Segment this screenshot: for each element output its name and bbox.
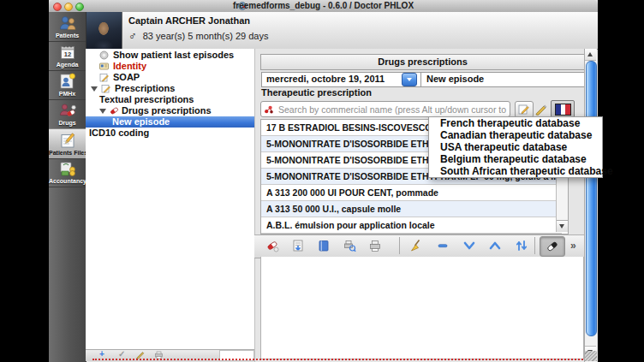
patients-files-icon [58,131,77,150]
remove-line-button[interactable] [436,239,450,252]
pill-icon [546,240,559,253]
clear-broom-button[interactable] [409,239,423,252]
patient-photo [86,12,122,49]
sidebar-item-drugs[interactable]: Drugs [49,99,86,129]
pill-view-toggle-button[interactable] [540,236,565,257]
edit-prescription-button[interactable] [515,101,534,118]
drug-search-input[interactable] [277,102,510,116]
patient-name: Captain ARCHER Jonathan [128,15,250,26]
drug-molecule-icon [264,104,274,115]
tree-item-label: Prescriptions [115,83,175,94]
clipped-red-dotted-line [92,359,589,360]
menu-item-canadian-database[interactable]: Canadian therapeutic database [429,129,602,141]
sidebar-item-pmhx[interactable]: PMHx [49,70,86,100]
pencil-button[interactable] [534,103,547,116]
episode-name-field[interactable]: New episode [420,72,585,87]
tree-item-drugs-prescriptions[interactable]: Drugs prescriptions [86,105,254,116]
pmhx-icon [58,72,77,91]
menu-item-usa-database[interactable]: USA therapeutic database [429,141,602,153]
patient-age-line: ♂83 year(s) 5 month(s) 29 days [128,29,268,42]
drug-row[interactable]: A.B.L. émulsion pour application locale [261,217,562,234]
chevron-up-icon [587,52,593,56]
male-gender-icon: ♂ [128,29,137,42]
drug-book-button[interactable] [317,239,331,252]
note-pencil-icon [101,84,110,93]
tree-item-soap[interactable]: SOAP [86,72,254,83]
drug-row[interactable]: A 313 50 000 U.I., capsule molle [261,201,562,217]
window-resize-grip[interactable] [585,351,597,361]
sidebar-item-label: Agenda [49,62,86,68]
note-pencil-icon [518,104,529,115]
date-combo-dropdown-button[interactable] [402,73,417,86]
french-flag-icon [555,104,571,116]
panel-header: Drugs prescriptions [260,54,585,70]
tree-item-label: Identity [113,61,146,72]
drug-row[interactable]: A 313 200 000 UI POUR CENT, pommade [261,185,562,201]
episodes-icon [99,50,109,60]
chevron-down-icon [559,224,564,228]
drug-prescription-icon [110,106,119,116]
scroll-up-button[interactable] [585,49,596,61]
move-down-button[interactable] [462,239,476,252]
prescription-date-combo[interactable]: mercredi, octobre 19, 2011 [261,72,422,87]
disclosure-triangle-icon[interactable] [99,109,106,114]
printer-button[interactable] [368,239,382,252]
sidebar-item-patients-files[interactable]: Patients Files [49,128,86,159]
sidebar-item-label: Drugs [49,120,86,127]
drug-search-box [260,101,510,117]
drug-interaction-button[interactable] [265,239,279,252]
scrollbar-thumb[interactable] [586,61,597,336]
tree-item-label: SOAP [113,72,140,83]
sidebar-item-label: PMHx [49,91,86,98]
note-pencil-icon [99,73,109,82]
sidebar-item-patients[interactable]: Patients [49,12,86,42]
menu-item-french-database[interactable]: French therapeutic database [429,117,602,129]
svg-text:12: 12 [63,50,70,58]
window-title: freemedforms_debug - 0.6.0 / Doctor PHLO… [49,1,598,10]
tree-item-identity[interactable]: Identity [86,61,254,72]
sidebar-item-accountancy[interactable]: Accountancy [49,157,86,187]
save-button[interactable] [291,239,305,252]
screen: freemedforms_debug - 0.6.0 / Doctor PHLO… [0,0,644,362]
tree-item-label: Textual prescriptions [99,94,194,105]
tree-item-label: Drugs prescriptions [122,105,212,116]
scroll-down-button[interactable] [557,220,568,232]
sidebar-item-label: Accountancy [49,178,86,185]
database-selector-button[interactable] [551,100,575,118]
therapeutic-prescription-label: Therapeutic prescription [261,87,372,98]
print-preview-button[interactable] [343,239,356,252]
agenda-calendar-icon: 12 [58,43,77,62]
patient-age: 83 year(s) 5 month(s) 29 days [143,31,269,41]
tree-item-new-episode[interactable]: New episode [86,116,254,128]
sidebar-item-agenda[interactable]: 12 Agenda [49,41,86,71]
accountancy-icon [58,159,77,178]
sidebar-item-label: Patients [49,33,86,39]
tree-item-prescriptions[interactable]: Prescriptions [86,83,254,94]
tree-item-label: Show patient last episodes [113,50,234,61]
move-up-button[interactable] [488,239,502,252]
tree-item-textual-prescriptions[interactable]: Textual prescriptions [86,94,254,105]
tree-item-icd10-coding[interactable]: ICD10 coding [86,128,254,139]
patients-icon [58,14,77,33]
tree-item-show-last-episodes[interactable]: Show patient last episodes [86,50,254,61]
chevron-down-icon [407,78,412,81]
disclosure-triangle-icon[interactable] [91,86,98,92]
tree-item-label: New episode [112,116,170,128]
drugs-icon [58,101,77,120]
main-vertical-scrollbar[interactable] [584,49,597,362]
identity-card-icon [99,62,109,71]
toolbar-overflow-button[interactable]: » [570,240,576,252]
tree-item-label: ICD10 coding [89,128,149,139]
toolbar-separator [534,237,535,254]
menu-item-belgium-database[interactable]: Belgium therapeutic database [429,153,602,165]
prescription-text-area[interactable] [260,257,584,359]
therapeutic-database-menu: French therapeutic database Canadian the… [428,116,603,178]
menu-item-south-african-database[interactable]: South African therapeutic database [429,165,602,177]
sidebar-item-label: Patients Files [49,150,86,157]
toolbar-separator [399,237,400,254]
sort-arrows-button[interactable] [515,239,528,252]
